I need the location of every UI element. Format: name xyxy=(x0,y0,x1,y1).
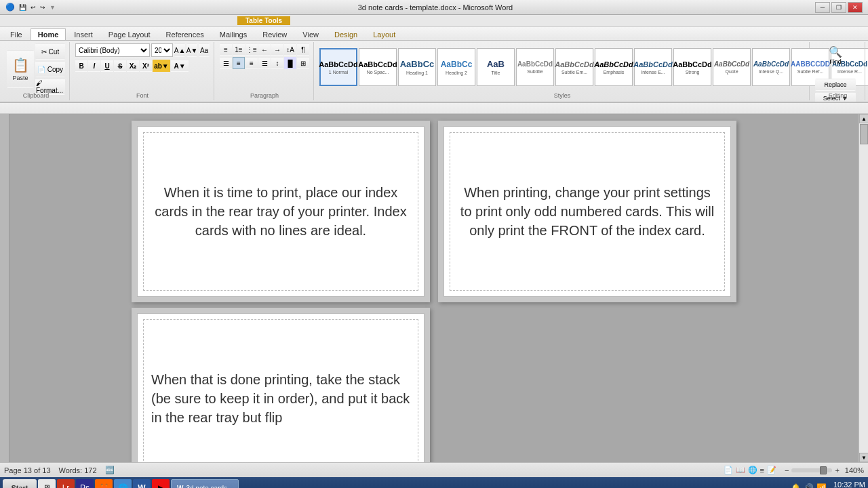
style-heading1[interactable]: AaBbCc Heading 1 xyxy=(398,48,436,86)
find-button[interactable]: 🔍 Find xyxy=(823,43,848,77)
tab-references[interactable]: References xyxy=(159,28,212,40)
align-left-button[interactable]: ☰ xyxy=(220,57,232,69)
system-tray: 🔔 🔊 📶 10:32 PM 9/5/2013 xyxy=(791,481,865,489)
style-quote-name: Quote xyxy=(725,69,738,74)
paste-button[interactable]: 📋 Paste xyxy=(7,50,34,88)
page-row-1: When it is time to print, place our inde… xyxy=(132,121,736,302)
scroll-down-arrow[interactable]: ▼ xyxy=(859,453,868,462)
font-color-button[interactable]: A▼ xyxy=(171,60,189,72)
restore-button[interactable]: ❐ xyxy=(831,2,846,13)
style-intense-q[interactable]: AaBbCcDd Intense Q... xyxy=(752,48,790,86)
tray-icon-1: 🔔 xyxy=(791,483,801,488)
card-3[interactable]: When that is done printing, take the sta… xyxy=(137,313,425,462)
tab-file[interactable]: File xyxy=(3,28,30,40)
superscript-button[interactable]: X² xyxy=(140,60,152,72)
align-center-button[interactable]: ≡ xyxy=(233,57,245,69)
grow-font-button[interactable]: A▲ xyxy=(174,43,185,57)
tab-view[interactable]: View xyxy=(295,28,326,40)
zoom-thumb[interactable] xyxy=(820,466,827,474)
styles-content: AaBbCcDd 1 Normal AaBbCcDd No Spac... Aa… xyxy=(319,43,868,99)
style-normal[interactable]: AaBbCcDd 1 Normal xyxy=(319,48,357,86)
font-label: Font xyxy=(71,92,214,99)
tab-design[interactable]: Design xyxy=(327,28,365,40)
tab-home[interactable]: Home xyxy=(31,28,66,40)
taskbar-ps[interactable]: Ps xyxy=(76,479,94,488)
font-size-select[interactable]: 20 xyxy=(151,43,173,57)
card-1[interactable]: When it is time to print, place our inde… xyxy=(137,126,425,297)
cut-button[interactable]: ✂ Cut xyxy=(35,43,65,60)
shrink-font-button[interactable]: A▼ xyxy=(186,43,197,57)
show-hide-button[interactable]: ¶ xyxy=(297,43,309,56)
view-draft[interactable]: 📝 xyxy=(767,466,776,474)
style-intense-em[interactable]: AaBbCcDd Intense E... xyxy=(634,48,672,86)
style-quote[interactable]: AaBbCcDd Quote xyxy=(713,48,751,86)
subscript-button[interactable]: X₂ xyxy=(127,60,139,72)
replace-button[interactable]: Replace xyxy=(815,79,856,91)
tab-page-layout[interactable]: Page Layout xyxy=(101,28,158,40)
quick-save[interactable]: 💾 xyxy=(19,4,26,11)
style-subtitle[interactable]: AaBbCcDd Subtitle xyxy=(516,48,554,86)
tab-review[interactable]: Review xyxy=(255,28,294,40)
taskbar-explorer[interactable]: 🖥 xyxy=(38,479,56,488)
sort-button[interactable]: ↕A xyxy=(284,43,296,56)
zoom-in-button[interactable]: + xyxy=(835,466,839,474)
style-title[interactable]: AaB Title xyxy=(477,48,515,86)
quick-redo[interactable]: ↪ xyxy=(40,4,45,11)
decrease-indent-button[interactable]: ← xyxy=(258,43,271,56)
style-heading2[interactable]: AaBbCc Heading 2 xyxy=(437,48,475,86)
align-right-button[interactable]: ≡ xyxy=(245,57,258,69)
multilevel-button[interactable]: ⋮≡ xyxy=(245,43,258,56)
increase-indent-button[interactable]: → xyxy=(271,43,283,56)
style-subtle-em[interactable]: AaBbCcDd Subtle Em... xyxy=(555,48,593,86)
start-button[interactable]: Start xyxy=(3,479,37,488)
copy-button[interactable]: 📄 Copy xyxy=(35,61,65,77)
style-emphasis[interactable]: AaBbCcDd Emphasis xyxy=(595,48,633,86)
italic-button[interactable]: I xyxy=(88,60,100,72)
style-no-spacing-preview: AaBbCcDd xyxy=(358,60,397,68)
taskbar-firefox[interactable]: 🦊 xyxy=(95,479,113,488)
view-web[interactable]: 🌐 xyxy=(748,466,757,474)
page-3-inner: When that is done printing, take the sta… xyxy=(137,313,425,462)
quick-undo[interactable]: ↩ xyxy=(31,4,36,11)
tab-insert[interactable]: Insert xyxy=(66,28,100,40)
taskbar-word-window[interactable]: W 3d note cards... xyxy=(171,479,239,488)
taskbar-word[interactable]: W xyxy=(133,479,151,488)
style-no-spacing[interactable]: AaBbCcDd No Spac... xyxy=(359,48,397,86)
shading-button[interactable]: █ xyxy=(284,57,296,69)
taskbar-lightroom[interactable]: Lr xyxy=(57,479,75,488)
status-left: Page 13 of 13 Words: 172 🔤 xyxy=(4,466,115,474)
style-strong[interactable]: AaBbCcDd Strong xyxy=(673,48,711,86)
line-spacing-button[interactable]: ↕ xyxy=(271,57,283,69)
highlight-button[interactable]: ab▼ xyxy=(153,60,170,72)
paste-icon: 📋 xyxy=(12,57,29,73)
taskbar-chrome[interactable]: 🌐 xyxy=(114,479,132,488)
zoom-out-button[interactable]: − xyxy=(785,466,789,474)
style-subtle-em-preview: AaBbCcDd xyxy=(555,60,593,68)
tab-mailings[interactable]: Mailings xyxy=(212,28,254,40)
quick-access-dropdown[interactable]: ▼ xyxy=(50,4,56,11)
tab-layout[interactable]: Layout xyxy=(366,28,403,40)
view-reading[interactable]: 📖 xyxy=(736,466,745,474)
numbering-button[interactable]: 1≡ xyxy=(233,43,245,56)
view-outline[interactable]: ≡ xyxy=(760,466,764,474)
underline-button[interactable]: U xyxy=(101,60,113,72)
taskbar-vlc[interactable]: ▶ xyxy=(152,479,170,488)
bullets-button[interactable]: ≡ xyxy=(220,43,232,56)
view-print[interactable]: 📄 xyxy=(724,466,733,474)
style-em-preview: AaBbCcDd xyxy=(594,60,633,68)
font-name-select[interactable]: Calibri (Body) xyxy=(75,43,150,57)
style-quote-preview: AaBbCcDd xyxy=(714,60,749,68)
justify-button[interactable]: ☰ xyxy=(258,57,271,69)
borders-button[interactable]: ⊞ xyxy=(297,57,309,69)
strikethrough-button[interactable]: S̶ xyxy=(114,60,126,72)
scroll-up-arrow[interactable]: ▲ xyxy=(859,114,868,123)
scroll-thumb[interactable] xyxy=(860,124,868,144)
close-button[interactable]: ✕ xyxy=(848,2,863,13)
minimize-button[interactable]: ─ xyxy=(815,2,830,13)
style-subtitle-preview: AaBbCcDd xyxy=(517,60,553,68)
clear-formatting-button[interactable]: Aa xyxy=(199,43,210,57)
bold-button[interactable]: B xyxy=(75,60,87,72)
zoom-level: 140% xyxy=(845,466,864,474)
zoom-slider[interactable] xyxy=(791,468,832,472)
card-2[interactable]: When printing, change your print setting… xyxy=(443,126,731,297)
